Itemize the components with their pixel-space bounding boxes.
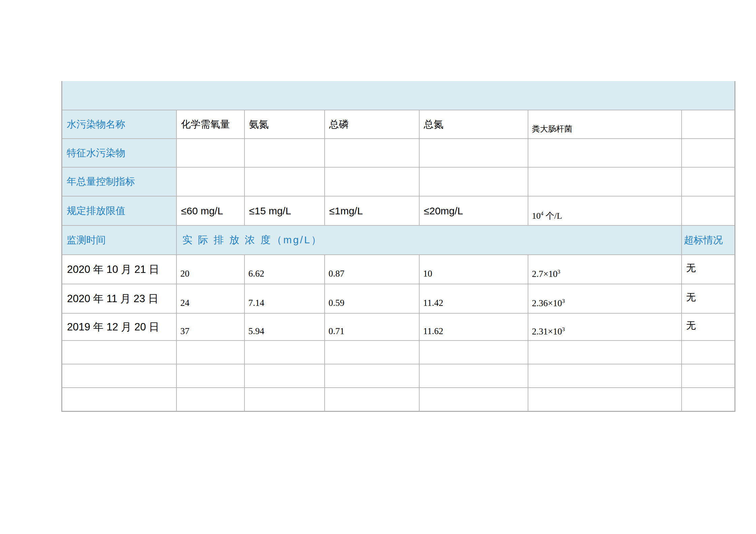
value-coliform-base: 2.7×10 bbox=[532, 269, 558, 279]
monitoring-time-row: 监测时间 实 际 排 放 浓 度（mg/L） 超标情况 bbox=[62, 225, 735, 255]
value-ammonia: 7.14 bbox=[244, 284, 325, 313]
empty-cell bbox=[419, 167, 528, 196]
empty-cell bbox=[325, 139, 419, 167]
monitor-date: 2020 年 10 月 21 日 bbox=[62, 255, 176, 284]
value-coliform: 2.36×103 bbox=[528, 284, 682, 313]
annual-total-control-row: 年总量控制指标 bbox=[62, 167, 735, 196]
table-top-band bbox=[62, 81, 735, 110]
exceed-status-header: 超标情况 bbox=[682, 225, 735, 255]
empty-cell bbox=[682, 341, 735, 364]
empty-cell bbox=[176, 341, 244, 364]
pollutant-header-cod: 化学需氧量 bbox=[176, 110, 244, 139]
value-phosphorus: 0.71 bbox=[325, 313, 419, 341]
empty-cell bbox=[62, 388, 176, 411]
limit-nitrogen: ≤20mg/L bbox=[419, 196, 528, 225]
row-label-limit: 规定排放限值 bbox=[62, 196, 176, 225]
exceed-status: 无 bbox=[682, 255, 735, 284]
pollutant-header-nitrogen: 总氮 bbox=[419, 110, 528, 139]
empty-cell bbox=[62, 364, 176, 388]
value-phosphorus: 0.59 bbox=[325, 284, 419, 313]
value-coliform-exponent: 3 bbox=[562, 326, 565, 332]
limit-phosphorus: ≤1mg/L bbox=[325, 196, 419, 225]
row-label-monitoring-time: 监测时间 bbox=[62, 225, 176, 255]
value-phosphorus: 0.87 bbox=[325, 255, 419, 284]
value-cod: 37 bbox=[176, 313, 244, 341]
empty-cell bbox=[419, 364, 528, 388]
pollutant-header-coliform: 粪大肠杆菌 bbox=[528, 110, 682, 139]
empty-cell bbox=[528, 364, 682, 388]
limit-coliform-base: 10 bbox=[532, 211, 541, 221]
row-label-pollutant-name: 水污染物名称 bbox=[62, 110, 176, 139]
empty-cell bbox=[419, 388, 528, 411]
water-pollutant-monitoring-table: 水污染物名称 化学需氧量 氨氮 总磷 总氮 粪大肠杆菌 特征水污染物 年总量控制… bbox=[61, 81, 735, 412]
row-label-annual-total: 年总量控制指标 bbox=[62, 167, 176, 196]
empty-cell bbox=[325, 341, 419, 364]
pollutant-name-row: 水污染物名称 化学需氧量 氨氮 总磷 总氮 粪大肠杆菌 bbox=[62, 110, 735, 139]
limit-coliform-unit: 个/L bbox=[544, 211, 562, 221]
value-coliform-base: 2.36×10 bbox=[532, 298, 562, 308]
limit-cod: ≤60 mg/L bbox=[176, 196, 244, 225]
value-ammonia: 6.62 bbox=[244, 255, 325, 284]
empty-cell bbox=[244, 388, 325, 411]
empty-cell bbox=[682, 388, 735, 411]
limit-coliform: 104 个/L bbox=[528, 196, 682, 225]
data-row-2: 2020 年 11 月 23 日 24 7.14 0.59 11.42 2.36… bbox=[62, 284, 735, 313]
limit-coliform-exponent: 4 bbox=[541, 211, 544, 216]
empty-row bbox=[62, 388, 735, 411]
data-row-1: 2020 年 10 月 21 日 20 6.62 0.87 10 2.7×103… bbox=[62, 255, 735, 284]
empty-cell bbox=[528, 388, 682, 411]
empty-cell bbox=[176, 388, 244, 411]
empty-cell bbox=[682, 364, 735, 388]
monitor-date: 2020 年 11 月 23 日 bbox=[62, 284, 176, 313]
empty-cell bbox=[62, 341, 176, 364]
value-ammonia: 5.94 bbox=[244, 313, 325, 341]
value-nitrogen: 11.62 bbox=[419, 313, 528, 341]
value-coliform: 2.7×103 bbox=[528, 255, 682, 284]
empty-cell bbox=[176, 139, 244, 167]
pollutant-header-ammonia: 氨氮 bbox=[244, 110, 325, 139]
empty-cell bbox=[682, 167, 735, 196]
empty-cell bbox=[419, 139, 528, 167]
value-nitrogen: 10 bbox=[419, 255, 528, 284]
value-coliform-exponent: 3 bbox=[557, 269, 560, 275]
monitor-date: 2019 年 12 月 20 日 bbox=[62, 313, 176, 341]
empty-cell bbox=[528, 167, 682, 196]
empty-cell bbox=[325, 364, 419, 388]
value-cod: 20 bbox=[176, 255, 244, 284]
empty-cell bbox=[325, 167, 419, 196]
pollutant-header-phosphorus: 总磷 bbox=[325, 110, 419, 139]
empty-cell bbox=[419, 341, 528, 364]
value-cod: 24 bbox=[176, 284, 244, 313]
empty-cell bbox=[244, 364, 325, 388]
value-coliform: 2.31×103 bbox=[528, 313, 682, 341]
exceed-status: 无 bbox=[682, 313, 735, 341]
empty-cell bbox=[244, 167, 325, 196]
limit-ammonia: ≤15 mg/L bbox=[244, 196, 325, 225]
value-coliform-base: 2.31×10 bbox=[532, 326, 562, 336]
exceed-status: 无 bbox=[682, 284, 735, 313]
empty-cell bbox=[244, 139, 325, 167]
empty-cell bbox=[325, 388, 419, 411]
value-nitrogen: 11.42 bbox=[419, 284, 528, 313]
empty-row bbox=[62, 364, 735, 388]
empty-cell bbox=[176, 364, 244, 388]
characteristic-pollutant-row: 特征水污染物 bbox=[62, 139, 735, 167]
empty-cell bbox=[528, 139, 682, 167]
prescribed-limit-row: 规定排放限值 ≤60 mg/L ≤15 mg/L ≤1mg/L ≤20mg/L … bbox=[62, 196, 735, 225]
empty-cell bbox=[244, 341, 325, 364]
empty-cell bbox=[528, 341, 682, 364]
empty-cell bbox=[176, 167, 244, 196]
top-band-cell bbox=[62, 81, 735, 110]
empty-cell bbox=[682, 139, 735, 167]
actual-concentration-header: 实 际 排 放 浓 度（mg/L） bbox=[176, 225, 682, 255]
data-row-3: 2019 年 12 月 20 日 37 5.94 0.71 11.62 2.31… bbox=[62, 313, 735, 341]
empty-cell bbox=[682, 110, 735, 139]
value-coliform-exponent: 3 bbox=[562, 298, 565, 304]
empty-row bbox=[62, 341, 735, 364]
row-label-characteristic: 特征水污染物 bbox=[62, 139, 176, 167]
empty-cell bbox=[682, 196, 735, 225]
